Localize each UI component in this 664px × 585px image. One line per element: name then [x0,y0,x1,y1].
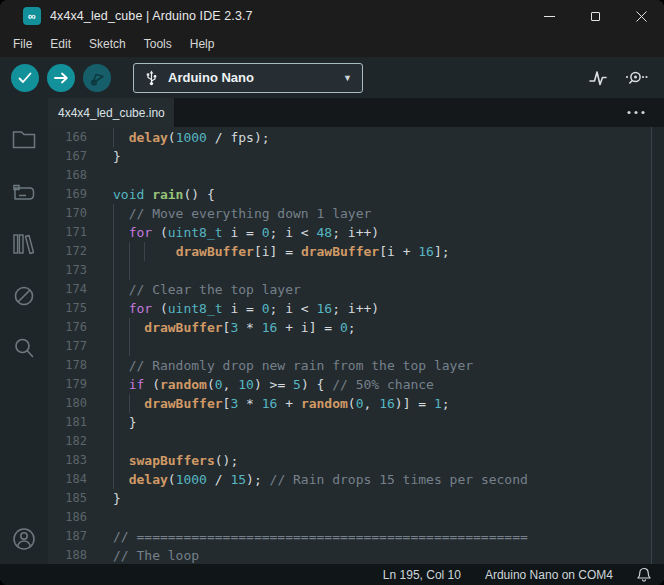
code-text: } [113,413,651,432]
editor-scrollbar-gutter[interactable] [651,127,664,564]
menu-sketch[interactable]: Sketch [80,32,135,57]
account-icon [11,526,37,552]
code-text [113,261,651,280]
toolbar-right-icons [588,69,664,87]
activity-sidebar [0,98,48,564]
indent-guide [144,242,145,261]
code-editor[interactable]: 166 delay(1000 / fps);167}168169void rai… [48,127,664,564]
indent-guide [113,280,114,299]
code-line[interactable]: 186 [48,508,651,527]
line-number: 187 [48,527,105,546]
code-line[interactable]: 183 swapBuffers(); [48,451,651,470]
indent-guide [113,451,114,470]
code-line[interactable]: 182 [48,432,651,451]
search-icon [13,337,35,359]
menu-help[interactable]: Help [181,32,224,57]
code-text: swapBuffers(); [113,451,651,470]
maximize-button[interactable] [572,0,618,32]
code-line[interactable]: 181 } [48,413,651,432]
bell-icon [637,567,651,582]
menu-bar: File Edit Sketch Tools Help [0,32,664,57]
sidebar-item-sketchbook[interactable] [0,114,48,166]
line-number: 172 [48,242,105,261]
indent-guide [129,337,130,356]
code-line[interactable]: 177 [48,337,651,356]
code-line[interactable]: 188// The loop [48,546,651,564]
usb-icon [144,70,159,86]
serial-monitor-button[interactable] [624,69,648,87]
code-line[interactable]: 180 drawBuffer[3 * 16 + random(0, 16)] =… [48,394,651,413]
code-line[interactable]: 168 [48,166,651,185]
window-controls [526,0,664,32]
code-line[interactable]: 169void rain() { [48,185,651,204]
debug-run-icon [88,70,106,86]
line-number: 168 [48,166,105,185]
minimize-button[interactable] [526,0,572,32]
code-line[interactable]: 167} [48,147,651,166]
code-line[interactable]: 175 for (uint8_t i = 0; i < 16; i++) [48,299,651,318]
indent-guide [113,299,114,318]
code-text: // Move everything down 1 layer [113,204,651,223]
code-text [113,337,651,356]
serial-plotter-button[interactable] [588,69,608,87]
line-number: 188 [48,546,105,564]
notifications-button[interactable] [637,567,651,582]
code-text: // Clear the top layer [113,280,651,299]
serial-monitor-icon [624,69,648,87]
code-line[interactable]: 179 if (random(0, 10) >= 5) { // 50% cha… [48,375,651,394]
indent-guide [113,470,114,489]
verify-button[interactable] [11,64,39,92]
code-text: drawBuffer[3 * 16 + i] = 0; [113,318,651,337]
code-line[interactable]: 176 drawBuffer[3 * 16 + i] = 0; [48,318,651,337]
indent-guide [113,128,114,147]
tab-sketch-file[interactable]: 4x4x4_led_cube.ino [48,98,174,127]
checkmark-icon [18,72,32,84]
code-line[interactable]: 171 for (uint8_t i = 0; i < 48; i++) [48,223,651,242]
books-icon [12,233,36,255]
sidebar-item-boards-manager[interactable] [0,166,48,218]
sidebar-item-debug[interactable] [0,270,48,322]
line-number: 177 [48,337,105,356]
code-line[interactable]: 173 [48,261,651,280]
code-line[interactable]: 172 drawBuffer[i] = drawBuffer[i + 16]; [48,242,651,261]
tab-bar: 4x4x4_led_cube.ino [48,98,664,127]
editor-more-actions-button[interactable] [626,98,664,127]
code-line[interactable]: 174 // Clear the top layer [48,280,651,299]
code-line[interactable]: 166 delay(1000 / fps); [48,128,651,147]
serial-plotter-icon [588,69,608,87]
debug-button[interactable] [83,64,111,92]
sidebar-item-library-manager[interactable] [0,218,48,270]
board-port-status[interactable]: Arduino Nano on COM4 [485,568,613,582]
line-number: 179 [48,375,105,394]
upload-button[interactable] [47,64,75,92]
code-text: delay(1000 / 15); // Rain drops 15 times… [113,470,651,489]
line-number: 175 [48,299,105,318]
code-lines[interactable]: 166 delay(1000 / fps);167}168169void rai… [48,127,651,564]
title-bar: ∞ 4x4x4_led_cube | Arduino IDE 2.3.7 [0,0,664,32]
menu-edit[interactable]: Edit [41,32,80,57]
code-line[interactable]: 187// ==================================… [48,527,651,546]
code-line[interactable]: 185} [48,489,651,508]
cursor-position[interactable]: Ln 195, Col 10 [383,568,461,582]
indent-guide [129,318,130,337]
menu-tools[interactable]: Tools [135,32,181,57]
line-number: 183 [48,451,105,470]
board-selector-dropdown[interactable]: Arduino Nano ▼ [133,63,363,93]
menu-file[interactable]: File [4,32,41,57]
line-number: 171 [48,223,105,242]
indent-guide [113,204,114,223]
ellipsis-icon [626,110,646,115]
sidebar-item-account[interactable] [0,526,48,552]
line-number: 185 [48,489,105,508]
code-text: // The loop [113,546,651,564]
line-number: 184 [48,470,105,489]
code-line[interactable]: 170 // Move everything down 1 layer [48,204,651,223]
indent-guide [113,394,114,413]
code-text: delay(1000 / fps); [113,128,651,147]
code-line[interactable]: 184 delay(1000 / 15); // Rain drops 15 t… [48,470,651,489]
code-text: for (uint8_t i = 0; i < 16; i++) [113,299,651,318]
close-button[interactable] [618,0,664,32]
line-number: 176 [48,318,105,337]
sidebar-item-search[interactable] [0,322,48,374]
code-line[interactable]: 178 // Randomly drop new rain from the t… [48,356,651,375]
